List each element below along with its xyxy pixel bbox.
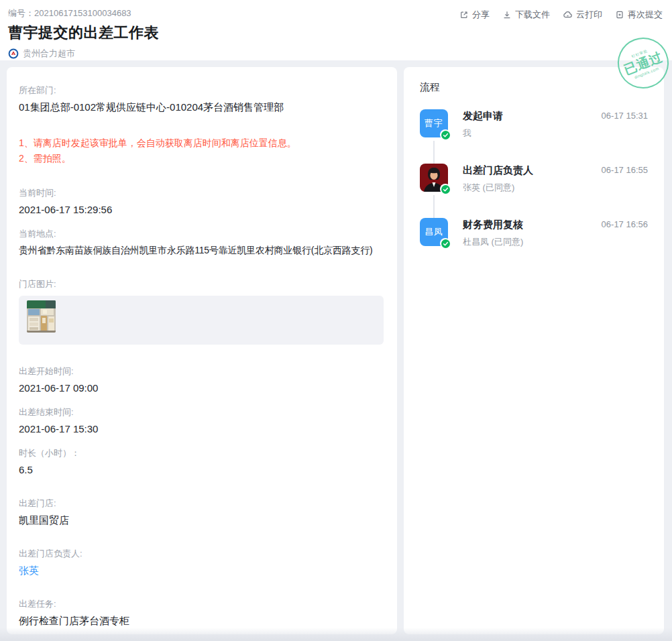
- field-value: 凯里国贸店: [19, 513, 384, 527]
- header-actions: 分享 下载文件 云打印: [459, 9, 663, 21]
- field-store: 出差门店: 凯里国贸店: [19, 498, 384, 527]
- approved-check-icon: [440, 129, 451, 140]
- flow-step-initiate: 曹宇 发起申请 我 06-17 15:31: [420, 109, 648, 139]
- field-value: 01集团总部-0102常规供应链中心-010204茅台酒销售管理部: [19, 100, 384, 114]
- field-trip-start: 出差开始时间: 2021-06-17 09:00: [19, 365, 384, 395]
- field-trip-end: 出差结束时间: 2021-06-17 15:30: [19, 406, 384, 436]
- approved-check-icon: [440, 238, 451, 249]
- cloud-print-button[interactable]: 云打印: [563, 9, 602, 21]
- store-manager-link[interactable]: 张英: [19, 563, 384, 577]
- step-subtitle: 杜昌凤 (已同意): [463, 236, 602, 248]
- field-trip-task: 出差任务: 例行检查门店茅台酒专柜: [19, 598, 384, 628]
- field-value: 2021-06-17 15:29:56: [19, 202, 384, 217]
- doc-number-label: 编号：: [8, 8, 34, 18]
- resubmit-label: 再次提交: [628, 9, 663, 21]
- share-icon: [459, 10, 469, 19]
- field-label: 所在部门:: [19, 84, 384, 96]
- step-title: 发起申请: [463, 110, 602, 122]
- note-line: 2、需拍照。: [19, 151, 384, 166]
- field-store-photo: 门店图片:: [19, 278, 384, 345]
- step-title: 出差门店负责人: [463, 164, 602, 176]
- doc-number-value: 20210617153100034683: [34, 8, 131, 18]
- field-value: 2021-06-17 09:00: [19, 381, 384, 395]
- page-title: 曹宇提交的出差工作表: [8, 23, 664, 43]
- download-label: 下载文件: [515, 9, 550, 21]
- flow-connector: [433, 141, 435, 164]
- cloud-print-icon: [563, 10, 573, 19]
- page-header: 编号：20210617153100034683 曹宇提交的出差工作表 贵州合力超…: [0, 0, 672, 60]
- flow-title: 流程: [420, 81, 648, 94]
- share-label: 分享: [472, 9, 490, 21]
- step-main: 发起申请 我: [463, 109, 602, 139]
- avatar-wrap: 曹宇: [420, 109, 448, 137]
- field-current-time: 当前时间: 2021-06-17 15:29:56: [19, 187, 384, 217]
- step-subtitle: 张英 (已同意): [463, 182, 602, 194]
- field-value: 贵州省黔东南苗族侗族自治州凯里市永乐路115号靠近凯里农村商业银行(北京西路支行…: [19, 243, 384, 257]
- download-icon: [502, 10, 512, 19]
- form-card: 所在部门: 01集团总部-0102常规供应链中心-010204茅台酒销售管理部 …: [7, 67, 397, 634]
- resubmit-button[interactable]: 再次提交: [615, 9, 663, 21]
- photo-container: [19, 296, 384, 345]
- avatar-wrap: 昌凤: [420, 218, 448, 246]
- field-label: 时长（小时）：: [19, 447, 384, 459]
- download-file-button[interactable]: 下载文件: [502, 9, 550, 21]
- flow-card: 流程 曹宇 发起申请 我 06-17 15:31: [404, 67, 664, 634]
- field-label: 出差门店:: [19, 498, 384, 509]
- store-photo-thumbnail[interactable]: [27, 300, 56, 333]
- company-logo-icon: [8, 48, 19, 59]
- approved-check-icon: [440, 184, 451, 194]
- avatar-wrap: [420, 164, 448, 192]
- step-time: 06-17 16:55: [602, 165, 648, 175]
- company-row: 贵州合力超市: [8, 48, 664, 60]
- field-label: 出差门店负责人:: [19, 548, 384, 559]
- step-main: 财务费用复核 杜昌凤 (已同意): [463, 218, 602, 248]
- company-name: 贵州合力超市: [23, 48, 75, 60]
- field-label: 出差开始时间:: [19, 365, 384, 377]
- cloud-print-label: 云打印: [576, 9, 602, 21]
- field-value: 例行检查门店茅台酒专柜: [19, 614, 384, 628]
- field-department: 所在部门: 01集团总部-0102常规供应链中心-010204茅台酒销售管理部: [19, 84, 384, 114]
- field-label: 出差结束时间:: [19, 406, 384, 418]
- step-title: 财务费用复核: [463, 219, 602, 231]
- field-value: 6.5: [19, 463, 384, 477]
- field-label: 出差任务:: [19, 598, 384, 609]
- note-line: 1、请离店时发起该审批单，会自动获取离店时间和离店位置信息。: [19, 135, 384, 151]
- field-label: 当前地点:: [19, 228, 384, 239]
- main-area: 所在部门: 01集团总部-0102常规供应链中心-010204茅台酒销售管理部 …: [7, 67, 664, 634]
- field-value: 2021-06-17 15:30: [19, 422, 384, 436]
- step-time: 06-17 16:56: [602, 219, 648, 229]
- flow-step-finance-review: 昌凤 财务费用复核 杜昌凤 (已同意) 06-17 16:56: [420, 218, 648, 248]
- step-time: 06-17 15:31: [602, 111, 648, 121]
- note-block: 1、请离店时发起该审批单，会自动获取离店时间和离店位置信息。 2、需拍照。: [19, 135, 384, 166]
- step-main: 出差门店负责人 张英 (已同意): [463, 164, 602, 194]
- flow-connector: [433, 195, 435, 218]
- field-label: 当前时间:: [19, 187, 384, 198]
- resubmit-icon: [615, 10, 624, 19]
- step-subtitle: 我: [463, 127, 602, 139]
- field-label: 门店图片:: [19, 278, 384, 290]
- share-button[interactable]: 分享: [459, 9, 490, 21]
- flow-step-store-manager: 出差门店负责人 张英 (已同意) 06-17 16:55: [420, 164, 648, 194]
- field-store-manager: 出差门店负责人: 张英: [19, 548, 384, 577]
- field-current-location: 当前地点: 贵州省黔东南苗族侗族自治州凯里市永乐路115号靠近凯里农村商业银行(…: [19, 228, 384, 257]
- field-duration: 时长（小时）： 6.5: [19, 447, 384, 477]
